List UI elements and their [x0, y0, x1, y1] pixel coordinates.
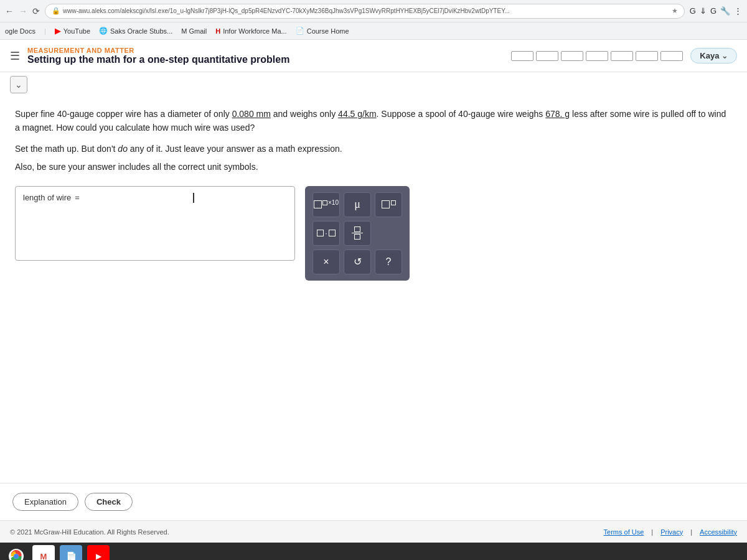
bottom-bar: Explanation Check — [0, 483, 747, 520]
answer-label: length of wire — [23, 193, 71, 202]
instruction-text-2: Also, be sure your answer includes all t… — [15, 161, 732, 174]
math-btn-superscript[interactable]: ×10 — [312, 192, 340, 217]
hamburger-menu[interactable]: ☰ — [10, 49, 20, 63]
content-area: Super fine 40-gauge copper wire has a di… — [0, 97, 747, 483]
progress-cell-4 — [586, 51, 608, 61]
math-btn-sup-box[interactable] — [375, 192, 402, 217]
math-btn-undo[interactable]: ↺ — [344, 250, 371, 274]
arrow-icon[interactable]: ⇓ — [700, 6, 707, 16]
instruction-text-1: Set the math up. But don't do any of it.… — [15, 142, 732, 156]
math-btn-multiply-dot[interactable]: · — [312, 221, 340, 246]
progress-cell-6 — [636, 51, 658, 61]
browser-icons: G ⇓ G 🔧 ⋮ — [690, 6, 742, 16]
progress-cell-2 — [536, 51, 558, 61]
problem-text-1: Super fine 40-gauge copper wire has a di… — [15, 107, 732, 135]
explanation-button[interactable]: Explanation — [12, 493, 78, 511]
page-title: Setting up the math for a one-step quant… — [27, 54, 504, 65]
accessibility-link[interactable]: Accessibility — [700, 528, 737, 536]
reload-icon[interactable]: ⟳ — [32, 6, 40, 16]
math-btn-blank — [375, 221, 402, 246]
top-nav: ☰ MEASUREMENT AND MATTER Setting up the … — [0, 40, 747, 72]
taskbar-youtube[interactable]: ▶ — [87, 545, 110, 560]
extension-icon2[interactable]: 🔧 — [720, 6, 730, 16]
app-container: ☰ MEASUREMENT AND MATTER Setting up the … — [0, 40, 747, 543]
browser-bar: ← → ⟳ 🔒 www-awu.aleks.com/alekscgi/x/lsl… — [0, 0, 747, 22]
bookmark-gmail[interactable]: M Gmail — [181, 27, 207, 35]
user-badge[interactable]: Kaya ⌄ — [690, 48, 737, 63]
taskbar-gmail[interactable]: M — [32, 545, 55, 560]
bookmark-infor[interactable]: H Infor Workforce Ma... — [215, 27, 286, 35]
privacy-link[interactable]: Privacy — [660, 528, 683, 536]
math-btn-help[interactable]: ? — [375, 250, 402, 274]
bookmark-course-home[interactable]: 📄 Course Home — [296, 27, 349, 35]
progress-cell-5 — [611, 51, 633, 61]
taskbar-chrome[interactable] — [5, 545, 27, 560]
progress-bar — [511, 51, 683, 61]
answer-input[interactable] — [83, 193, 188, 202]
footer-links: Terms of Use | Privacy | Accessibility — [604, 528, 737, 536]
bookmark-saks[interactable]: 🌐 Saks Oracle Stubs... — [99, 27, 172, 35]
progress-cell-7 — [660, 51, 683, 61]
back-icon[interactable]: ← — [5, 6, 14, 16]
breadcrumb: MEASUREMENT AND MATTER Setting up the ma… — [27, 47, 504, 65]
profile-icon[interactable]: G — [690, 6, 696, 16]
bookmark-youtube[interactable]: ▶ YouTube — [55, 26, 90, 35]
progress-cell-1 — [511, 51, 533, 61]
math-btn-mu[interactable]: μ — [344, 192, 371, 217]
chevron-down-icon: ⌄ — [721, 52, 728, 60]
collapse-button[interactable]: ⌄ — [10, 76, 27, 93]
check-button[interactable]: Check — [85, 493, 133, 511]
math-toolbar: ×10 μ · — [305, 186, 410, 281]
math-btn-fraction[interactable] — [344, 221, 371, 246]
svg-point-1 — [14, 554, 19, 559]
answer-equals: = — [75, 193, 80, 202]
url-text: www-awu.aleks.com/alekscgi/x/lsl.exe/1o_… — [63, 7, 510, 14]
taskbar: M 📄 ▶ — [0, 543, 747, 560]
taskbar-files[interactable]: 📄 — [60, 545, 82, 560]
menu-dots-icon[interactable]: ⋮ — [734, 6, 742, 16]
forward-icon[interactable]: → — [19, 6, 27, 16]
progress-cell-3 — [561, 51, 583, 61]
cursor-indicator — [193, 193, 194, 203]
category-label: MEASUREMENT AND MATTER — [27, 47, 504, 54]
math-btn-times[interactable]: × — [312, 250, 340, 274]
bookmarks-bar: ogle Docs | ▶ YouTube 🌐 Saks Oracle Stub… — [0, 22, 747, 40]
terms-link[interactable]: Terms of Use — [604, 528, 644, 536]
footer-bar: © 2021 McGraw-Hill Education. All Rights… — [0, 520, 747, 543]
extension-icon1[interactable]: G — [710, 6, 716, 16]
copyright-text: © 2021 McGraw-Hill Education. All Rights… — [10, 528, 169, 536]
bookmark-google-docs[interactable]: ogle Docs — [5, 27, 35, 35]
answer-section: length of wire = ×10 μ — [15, 186, 732, 281]
url-bar[interactable]: 🔒 www-awu.aleks.com/alekscgi/x/lsl.exe/1… — [45, 4, 685, 19]
answer-box[interactable]: length of wire = — [15, 186, 295, 261]
